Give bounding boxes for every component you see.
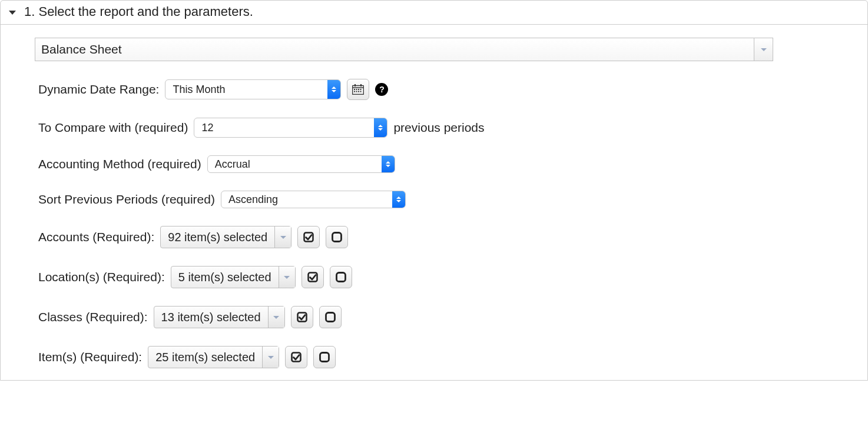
svg-rect-3 — [360, 84, 362, 86]
clear-icon — [332, 232, 342, 242]
disclosure-icon — [9, 11, 16, 15]
chevron-down-icon — [761, 48, 767, 51]
items-label: Item(s) (Required): — [38, 350, 142, 364]
select-stepper-icon — [374, 118, 387, 137]
chevron-down-icon — [268, 356, 274, 359]
svg-rect-19 — [320, 353, 329, 362]
accounting-method-label: Accounting Method (required) — [38, 157, 201, 171]
accounting-method-select[interactable]: Accrual — [207, 155, 395, 173]
check-all-icon — [291, 352, 302, 362]
chevron-down-icon — [284, 276, 290, 279]
panel-header[interactable]: 1. Select the report and the parameters. — [1, 1, 867, 25]
accounts-multiselect[interactable]: 92 item(s) selected — [160, 226, 291, 248]
svg-rect-10 — [358, 91, 359, 92]
panel-title: 1. Select the report and the parameters. — [24, 4, 253, 19]
dynamic-date-range-label: Dynamic Date Range: — [38, 82, 159, 96]
svg-rect-4 — [354, 89, 355, 90]
report-select-dropdown-button[interactable] — [754, 38, 773, 61]
locations-dropdown-button[interactable] — [279, 267, 295, 288]
compare-value: 12 — [194, 118, 374, 137]
svg-rect-8 — [354, 91, 355, 92]
classes-clear-button[interactable] — [319, 306, 342, 328]
check-all-icon — [303, 232, 314, 242]
svg-rect-5 — [356, 89, 357, 90]
chevron-down-icon — [280, 236, 286, 239]
svg-rect-9 — [356, 91, 357, 92]
svg-rect-2 — [355, 84, 356, 86]
locations-row: Location(s) (Required): 5 item(s) select… — [38, 266, 838, 288]
accounting-method-row: Accounting Method (required) Accrual — [38, 155, 838, 173]
accounts-clear-button[interactable] — [326, 226, 348, 248]
sort-periods-select[interactable]: Ascending — [221, 191, 406, 208]
classes-multiselect[interactable]: 13 item(s) selected — [154, 306, 285, 328]
chevron-down-icon — [273, 316, 279, 319]
classes-value: 13 item(s) selected — [154, 307, 268, 328]
accounting-method-value: Accrual — [208, 156, 382, 172]
items-multiselect[interactable]: 25 item(s) selected — [148, 346, 279, 368]
compare-suffix: previous periods — [393, 121, 484, 135]
items-value: 25 item(s) selected — [148, 347, 262, 368]
svg-rect-6 — [358, 89, 359, 90]
calendar-button[interactable] — [347, 79, 369, 100]
select-stepper-icon — [392, 191, 405, 208]
classes-select-all-button[interactable] — [291, 306, 313, 328]
items-dropdown-button[interactable] — [262, 347, 279, 368]
items-row: Item(s) (Required): 25 item(s) selected — [38, 346, 838, 368]
classes-row: Classes (Required): 13 item(s) selected — [38, 306, 838, 328]
accounts-value: 92 item(s) selected — [161, 227, 274, 248]
panel-body: Balance Sheet Dynamic Date Range: This M… — [1, 25, 867, 380]
classes-label: Classes (Required): — [38, 310, 148, 324]
accounts-dropdown-button[interactable] — [274, 227, 291, 248]
svg-rect-7 — [360, 89, 362, 90]
check-all-icon — [297, 312, 307, 322]
classes-dropdown-button[interactable] — [268, 307, 284, 328]
dynamic-date-range-select[interactable]: This Month — [165, 79, 341, 99]
sort-periods-label: Sort Previous Periods (required) — [38, 192, 215, 206]
locations-value: 5 item(s) selected — [171, 267, 279, 288]
compare-select[interactable]: 12 — [194, 118, 387, 138]
check-all-icon — [307, 272, 318, 282]
compare-row: To Compare with (required) 12 previous p… — [38, 118, 838, 138]
locations-multiselect[interactable]: 5 item(s) selected — [171, 266, 296, 288]
help-icon[interactable]: ? — [375, 83, 388, 96]
clear-icon — [325, 312, 336, 322]
items-select-all-button[interactable] — [285, 346, 307, 368]
sort-periods-value: Ascending — [221, 191, 392, 208]
clear-icon — [336, 272, 346, 282]
locations-clear-button[interactable] — [330, 266, 352, 288]
locations-label: Location(s) (Required): — [38, 270, 165, 284]
svg-rect-15 — [336, 273, 345, 282]
svg-rect-17 — [326, 313, 334, 322]
select-stepper-icon — [327, 80, 340, 99]
accounts-label: Accounts (Required): — [38, 230, 154, 244]
locations-select-all-button[interactable] — [302, 266, 324, 288]
report-select[interactable]: Balance Sheet — [35, 38, 773, 61]
clear-icon — [319, 352, 330, 362]
items-clear-button[interactable] — [313, 346, 336, 368]
svg-rect-11 — [360, 91, 362, 92]
svg-rect-13 — [333, 233, 342, 242]
compare-label: To Compare with (required) — [38, 121, 188, 135]
accounts-select-all-button[interactable] — [297, 226, 320, 248]
select-stepper-icon — [382, 156, 395, 172]
dynamic-date-range-value: This Month — [165, 80, 327, 99]
accounts-row: Accounts (Required): 92 item(s) selected — [38, 226, 838, 248]
report-select-value: Balance Sheet — [35, 38, 754, 61]
report-parameters-panel: 1. Select the report and the parameters.… — [0, 0, 868, 381]
calendar-icon — [352, 84, 364, 95]
sort-periods-row: Sort Previous Periods (required) Ascendi… — [38, 191, 838, 208]
dynamic-date-range-row: Dynamic Date Range: This Month — [38, 79, 838, 100]
